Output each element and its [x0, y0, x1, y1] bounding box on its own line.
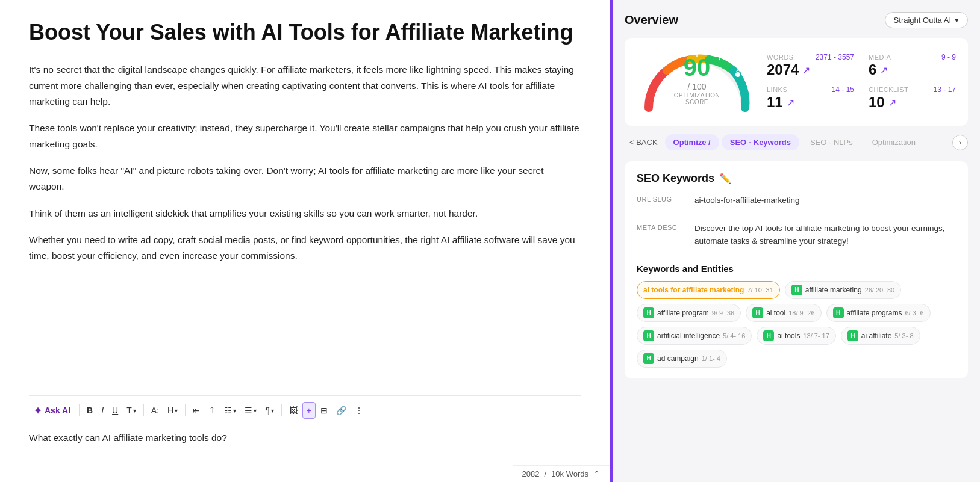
kw-badge-5: H [643, 330, 654, 341]
align-center-button[interactable]: ⇧ [205, 403, 219, 418]
article-editor: Boost Your Sales with AI Tools for Affil… [0, 0, 610, 482]
keyword-chip-5[interactable]: H artificial intelligence 5/ 4- 16 [637, 327, 752, 345]
brand-dropdown[interactable]: Straight Outta AI ▾ [885, 12, 968, 28]
underline-button[interactable]: U [108, 403, 122, 418]
url-slug-value: ai-tools-for-affiliate-marketing [694, 194, 956, 206]
keywords-section-title: Keywords and Entities [637, 264, 956, 274]
svg-line-4 [655, 69, 658, 72]
score-number: 90 [667, 54, 727, 81]
kw-text-7: ai affiliate [861, 332, 891, 340]
chevron-down-icon-ol: ▾ [233, 407, 236, 414]
links-range: 14 - 15 [832, 85, 854, 94]
options-button[interactable]: ⊟ [317, 403, 331, 418]
link-button[interactable]: 🔗 [332, 403, 350, 418]
kw-text-2: affiliate program [657, 309, 709, 317]
meta-desc-row: META DESC Discover the top AI tools for … [637, 223, 956, 247]
kw-stats-5: 5/ 4- 16 [723, 332, 745, 339]
kw-text-1: affiliate marketing [805, 286, 862, 294]
last-paragraph: What exactly can AI affiliate marketing … [29, 433, 227, 443]
keyword-chip-7[interactable]: H ai affiliate 5/ 3- 8 [841, 327, 920, 345]
tab-back-button[interactable]: < BACK [625, 135, 663, 150]
seo-title: SEO Keywords ✏️ [637, 172, 956, 185]
more-button[interactable]: ⋮ [351, 403, 367, 418]
keyword-chip-4[interactable]: H affiliate programs 6/ 3- 6 [826, 304, 931, 322]
stat-media: Media 9 - 9 6 ↗ [869, 53, 956, 78]
ordered-list-button[interactable]: ☷ ▾ [220, 403, 240, 418]
words-label: Words [767, 54, 794, 61]
stat-checklist: Checklist 13 - 17 10 ↗ [869, 85, 956, 111]
stat-words: Words 2371 - 3557 2074 ↗ [767, 53, 854, 78]
tab-seo-nlps[interactable]: SEO - NLPs [802, 134, 861, 150]
tab-optimize[interactable]: Optimize / [665, 134, 719, 150]
score-denom: / 100 [687, 82, 706, 91]
paragraph-2: These tools won't replace your creativit… [29, 120, 581, 152]
checklist-label: Checklist [869, 86, 908, 93]
expand-icon[interactable]: ⌃ [593, 469, 600, 478]
gauge-container: 90 / 100 OPTIMIZATION SCORE [637, 48, 757, 116]
paragraph-1: It's no secret that the digital landscap… [29, 62, 581, 110]
keyword-chip-1[interactable]: H affiliate marketing 26/ 20- 80 [785, 281, 901, 299]
add-element-button[interactable]: + [302, 402, 316, 419]
tab-seo-keywords[interactable]: SEO - Keywords [722, 134, 799, 150]
kw-badge-4: H [833, 307, 844, 318]
keyword-chip-2[interactable]: H affiliate program 9/ 9- 36 [637, 304, 741, 322]
keyword-chip-8[interactable]: H ad campaign 1/ 1- 4 [637, 350, 727, 368]
kw-stats-8: 1/ 1- 4 [702, 355, 720, 362]
stat-links: Links 14 - 15 11 ↗ [767, 85, 854, 111]
words-range: 2371 - 3557 [816, 53, 854, 61]
kw-text-3: ai tool [766, 309, 785, 317]
editor-toolbar: ✦ Ask AI B I U T ▾ A: H ▾ ⇤ ⇧ [29, 395, 581, 425]
keyword-chip-6[interactable]: H ai tools 13/ 7- 17 [757, 327, 835, 345]
links-value: 11 [767, 94, 783, 111]
kw-stats-6: 13/ 7- 17 [803, 332, 829, 339]
media-label: Media [869, 54, 891, 61]
kw-stats-4: 6/ 3- 6 [905, 309, 923, 317]
keyword-chip-0[interactable]: ai tools for affiliate marketing 7/ 10- … [637, 281, 780, 299]
kw-badge-8: H [643, 353, 654, 364]
article-body[interactable]: It's no secret that the digital landscap… [29, 62, 581, 395]
links-label: Links [767, 86, 787, 93]
font-size-button[interactable]: A: [148, 403, 163, 418]
ask-ai-button[interactable]: ✦ Ask AI [29, 402, 75, 419]
align-left-button[interactable]: ⇤ [189, 403, 204, 418]
meta-divider-2 [637, 256, 956, 256]
score-label: OPTIMIZATION SCORE [667, 92, 727, 105]
divider-3 [185, 404, 186, 416]
gauge-score: 90 / 100 OPTIMIZATION SCORE [667, 54, 727, 105]
tabs-row: < BACK Optimize / SEO - Keywords SEO - N… [625, 134, 968, 150]
paragraph-button[interactable]: ¶ ▾ [261, 403, 278, 418]
word-count-current: 2082 [522, 469, 540, 478]
meta-desc-value: Discover the top AI tools for affiliate … [694, 223, 956, 247]
text-type-button[interactable]: T ▾ [123, 403, 140, 418]
checklist-range: 13 - 17 [934, 85, 956, 94]
kw-badge-3: H [752, 307, 763, 318]
bold-button[interactable]: B [83, 403, 96, 418]
meta-divider-1 [637, 215, 956, 215]
italic-button[interactable]: I [98, 403, 107, 418]
url-slug-row: URL SLUG ai-tools-for-affiliate-marketin… [637, 194, 956, 206]
ai-icon: ✦ [34, 405, 42, 416]
kw-badge-6: H [763, 330, 774, 341]
words-value: 2074 [767, 61, 799, 78]
media-value: 6 [869, 61, 876, 78]
kw-text-5: artificial intelligence [657, 332, 720, 340]
paragraph-5: Whether you need to write ad copy, craft… [29, 232, 581, 264]
kw-text-0: ai tools for affiliate marketing [643, 286, 744, 294]
url-slug-label: URL SLUG [637, 194, 685, 203]
word-count-separator: / [544, 469, 546, 478]
image-button[interactable]: 🖼 [286, 403, 301, 418]
heading-button[interactable]: H ▾ [164, 403, 181, 418]
media-range: 9 - 9 [941, 53, 956, 61]
tab-optimization[interactable]: Optimization [864, 134, 924, 150]
kw-badge-2: H [643, 307, 654, 318]
edit-icon[interactable]: ✏️ [719, 173, 731, 184]
chevron-down-icon-h: ▾ [175, 407, 178, 414]
kw-stats-1: 26/ 20- 80 [865, 286, 895, 294]
tab-next-button[interactable]: › [952, 135, 968, 150]
keyword-chip-3[interactable]: H ai tool 18/ 9- 26 [746, 304, 821, 322]
unordered-list-button[interactable]: ☰ ▾ [241, 403, 260, 418]
overview-title: Overview [625, 13, 678, 27]
kw-text-4: affiliate programs [847, 309, 902, 317]
paragraph-3: Now, some folks hear "AI" and picture ro… [29, 163, 581, 195]
divider-2 [143, 404, 144, 416]
